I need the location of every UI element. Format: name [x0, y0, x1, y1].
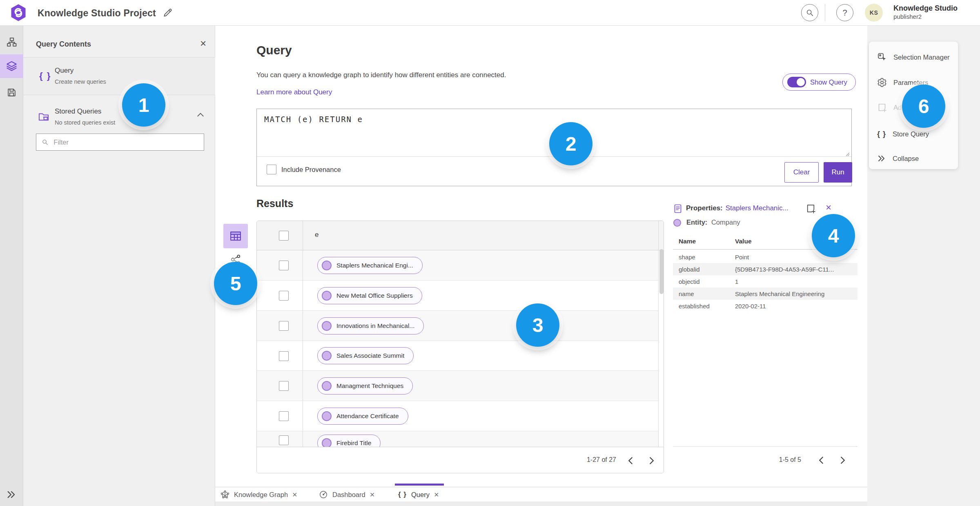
include-provenance-checkbox[interactable] — [267, 165, 276, 174]
project-title: Knowledge Studio Project — [38, 8, 156, 19]
table-scrollbar[interactable] — [658, 221, 664, 447]
property-name: objectid — [673, 278, 735, 285]
entity-pill[interactable]: Sales Associate Summit — [317, 347, 414, 364]
scrollbar-thumb[interactable] — [659, 249, 664, 294]
resize-grip-icon[interactable] — [845, 152, 850, 156]
table-row[interactable]: Firebird Title — [257, 431, 658, 447]
menu-item-collapse[interactable]: Collapse — [869, 150, 958, 167]
row-checkbox[interactable] — [279, 351, 289, 361]
search-button[interactable] — [801, 4, 818, 21]
entity-pill[interactable]: New Metal Office Suppliers — [317, 287, 422, 304]
caret-up-icon[interactable] — [197, 112, 204, 117]
avatar-initials: KS — [870, 9, 878, 16]
hierarchy-icon — [7, 37, 17, 47]
table-row[interactable]: New Metal Office Suppliers — [257, 281, 658, 311]
table-row[interactable]: Sales Associate Summit — [257, 341, 658, 371]
entity-type-icon — [322, 411, 332, 421]
properties-header: Properties: Staplers Mechanic... — [686, 204, 788, 212]
close-icon: × — [826, 202, 831, 213]
save-icon — [7, 87, 17, 98]
user-avatar[interactable]: KS — [865, 4, 883, 22]
results-prev-page-button[interactable] — [624, 454, 637, 468]
column-divider — [303, 221, 303, 447]
results-next-page-button[interactable] — [645, 454, 659, 468]
entity-type: Company — [711, 218, 740, 226]
chevron-left-icon — [818, 456, 824, 464]
filter-input[interactable] — [53, 138, 199, 147]
properties-prev-page-button[interactable] — [814, 453, 828, 467]
row-checkbox[interactable] — [279, 291, 289, 301]
bottom-tab-bar — [215, 487, 867, 502]
query-heading: Query — [256, 43, 292, 57]
user-role: publisher2 — [893, 13, 958, 20]
select-all-checkbox[interactable] — [279, 231, 289, 241]
entity-type-icon — [322, 381, 332, 391]
chevron-right-icon — [840, 456, 846, 464]
entity-pill-label: New Metal Office Suppliers — [336, 292, 413, 299]
row-checkbox[interactable] — [279, 321, 289, 331]
table-row[interactable]: Attendance Certificate — [257, 401, 658, 431]
entity-type-icon — [322, 438, 332, 447]
query-code-input[interactable]: MATCH (e) RETURN e — [264, 115, 363, 124]
rail-item-layers[interactable] — [6, 60, 17, 71]
braces-icon: { } — [398, 490, 407, 499]
tab-dashboard[interactable]: Dashboard × — [319, 489, 374, 500]
edit-title-button[interactable] — [163, 7, 173, 18]
entity-type-icon — [673, 219, 681, 227]
stored-queries-title: Stored Queries — [55, 107, 101, 116]
entity-pill[interactable]: Innovations in Mechanical... — [317, 317, 424, 334]
entity-pill[interactable]: Staplers Mechanical Engi... — [317, 257, 423, 274]
clear-button[interactable]: Clear — [784, 162, 819, 183]
user-block[interactable]: Knowledge Studio publisher2 — [893, 4, 958, 20]
add-to-new-icon — [877, 103, 887, 112]
entity-pill[interactable]: Firebird Title — [317, 435, 381, 447]
annotation-number: 6 — [918, 95, 929, 118]
entity-pill[interactable]: Managment Techniques — [317, 377, 413, 395]
properties-title: Properties: — [686, 204, 723, 212]
row-checkbox[interactable] — [279, 435, 289, 445]
tab-close-icon[interactable]: × — [434, 491, 439, 498]
menu-item-selection-manager[interactable]: Selection Manager — [869, 49, 958, 65]
tab-knowledge-graph[interactable]: Knowledge Graph × — [220, 489, 297, 500]
row-checkbox[interactable] — [279, 381, 289, 391]
stored-queries-item[interactable]: Stored Queries No stored queries exist — [23, 101, 215, 137]
rail-expand-button[interactable] — [6, 490, 17, 499]
annotation-number: 5 — [230, 272, 241, 295]
panel-close-button[interactable]: × — [200, 39, 206, 47]
tab-query[interactable]: { } Query × — [398, 489, 439, 500]
row-checkbox[interactable] — [279, 411, 289, 421]
table-view-button[interactable] — [223, 224, 248, 248]
menu-item-store-query[interactable]: { } Store Query — [869, 126, 958, 142]
app-logo[interactable] — [10, 4, 27, 21]
show-query-toggle[interactable]: Show Query — [782, 74, 856, 91]
table-row[interactable]: Staplers Mechanical Engi... — [257, 250, 658, 281]
tab-label: Query — [411, 491, 430, 499]
table-row[interactable]: Innovations in Mechanical... — [257, 311, 658, 341]
query-item-subtitle: Create new queries — [55, 78, 106, 85]
selected-entity-link[interactable]: Staplers Mechanic... — [726, 204, 788, 212]
property-row: globalid {5D9B4713-F98D-4A53-A59F-C11... — [673, 263, 858, 275]
properties-close-button[interactable]: × — [826, 202, 831, 213]
bottom-strip — [215, 502, 867, 506]
properties-next-page-button[interactable] — [836, 453, 850, 467]
table-row[interactable]: Managment Techniques — [257, 371, 658, 401]
double-chevron-right-icon — [877, 155, 886, 162]
row-checkbox[interactable] — [279, 261, 289, 270]
tab-label: Knowledge Graph — [234, 491, 288, 499]
add-to-new-button[interactable] — [806, 203, 816, 214]
entity-type-icon — [322, 261, 332, 270]
query-description: You can query a knowledge graph to ident… — [256, 71, 506, 79]
annotation-number: 4 — [828, 225, 839, 247]
entity-pill[interactable]: Attendance Certificate — [317, 408, 408, 425]
tab-close-icon[interactable]: × — [370, 491, 375, 498]
query-item[interactable]: { } Query Create new queries — [23, 58, 215, 95]
rail-item-link-chart[interactable] — [7, 37, 17, 47]
tab-close-icon[interactable]: × — [292, 491, 297, 498]
help-button[interactable]: ? — [836, 4, 853, 21]
rail-item-save[interactable] — [7, 87, 17, 98]
annotation-circle-4: 4 — [812, 214, 855, 257]
run-button[interactable]: Run — [824, 162, 852, 183]
property-value: {5D9B4713-F98D-4A53-A59F-C11... — [735, 266, 834, 273]
close-icon: × — [200, 37, 206, 49]
learn-more-link[interactable]: Learn more about Query — [256, 88, 332, 96]
